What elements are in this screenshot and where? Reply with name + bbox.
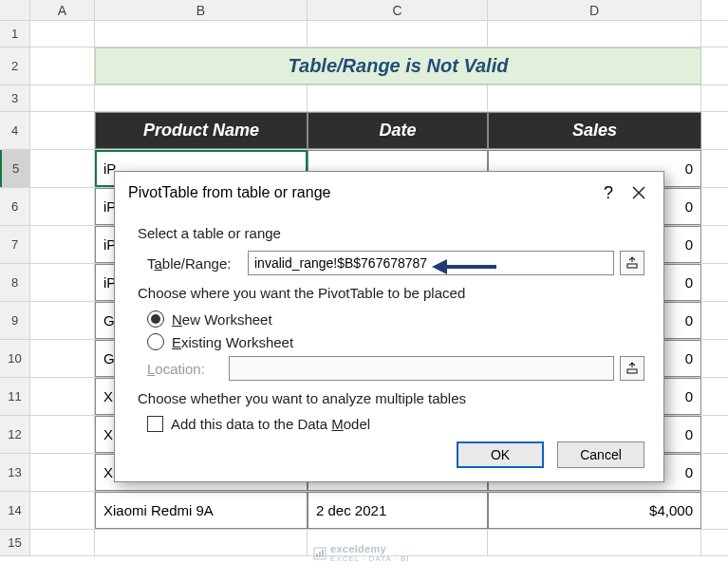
header-product[interactable]: Product Name (95, 112, 308, 149)
checkbox-data-model-label: Add this data to the Data Model (171, 416, 370, 432)
cell-A4[interactable] (30, 112, 95, 149)
collapse-location-button[interactable] (620, 356, 644, 381)
row-header-13[interactable]: 13 (0, 454, 30, 491)
dialog-titlebar[interactable]: PivotTable from table or range ? (115, 172, 663, 214)
radio-existing-worksheet-label: Existing Worksheet (172, 334, 293, 350)
svg-rect-9 (322, 550, 324, 557)
svg-rect-7 (316, 554, 318, 557)
radio-icon (147, 333, 164, 350)
cell-B14[interactable]: Xiaomi Redmi 9A (95, 492, 308, 529)
annotation-arrow (432, 256, 498, 281)
checkbox-icon (147, 416, 163, 432)
cell-B1[interactable] (95, 21, 308, 47)
cell-D3[interactable] (488, 85, 701, 111)
close-icon (632, 186, 645, 199)
radio-new-worksheet-label: New Worksheet (172, 311, 272, 328)
row-1: 1 (0, 21, 728, 47)
section-analyze: Choose whether you want to analyze multi… (138, 390, 644, 406)
dialog-title: PivotTable from table or range (128, 184, 593, 201)
watermark-tagline: EXCEL · DATA · BI (330, 554, 410, 563)
row-header-11[interactable]: 11 (0, 378, 30, 415)
row-header-7[interactable]: 7 (0, 226, 30, 263)
cell-A6[interactable] (30, 188, 95, 225)
cell-D14[interactable]: $4,000 (488, 492, 701, 529)
cell-A5[interactable] (30, 150, 95, 187)
svg-rect-8 (319, 552, 321, 557)
ok-button[interactable]: OK (457, 441, 544, 468)
checkbox-data-model[interactable]: Add this data to the Data Model (147, 416, 644, 432)
range-selector-icon (625, 362, 639, 375)
cell-B3[interactable] (95, 85, 308, 111)
cell-A8[interactable] (30, 264, 95, 301)
cell-A13[interactable] (30, 454, 95, 491)
row-header-9[interactable]: 9 (0, 302, 30, 339)
close-button[interactable] (624, 179, 654, 206)
cancel-button[interactable]: Cancel (557, 441, 644, 468)
header-date[interactable]: Date (308, 112, 488, 149)
row-2: 2 Table/Range is Not Valid (0, 47, 728, 85)
row-header-8[interactable]: 8 (0, 264, 30, 301)
row-header-5[interactable]: 5 (0, 150, 30, 187)
location-input (229, 356, 614, 381)
row-3: 3 (0, 85, 728, 112)
section-placement: Choose where you want the PivotTable to … (138, 285, 644, 301)
cell-C14[interactable]: 2 dec 2021 (308, 492, 488, 529)
cell-A14[interactable] (30, 492, 95, 529)
row-header-10[interactable]: 10 (0, 340, 30, 377)
cell-C3[interactable] (308, 85, 488, 111)
column-headers-row: A B C D (0, 0, 728, 21)
table-range-input[interactable] (248, 251, 614, 275)
cell-D1[interactable] (488, 21, 701, 47)
cell-A11[interactable] (30, 378, 95, 415)
watermark-brand: exceldemy (330, 543, 410, 554)
location-label: Location: (147, 361, 223, 377)
col-header-B[interactable]: B (95, 0, 308, 20)
radio-icon (147, 310, 164, 328)
collapse-range-button[interactable] (620, 251, 644, 275)
row-header-15[interactable]: 15 (0, 530, 30, 555)
svg-rect-2 (627, 264, 637, 268)
pivottable-dialog: PivotTable from table or range ? Select … (114, 171, 664, 482)
svg-marker-5 (432, 259, 447, 274)
select-all-corner[interactable] (0, 0, 30, 20)
header-sales[interactable]: Sales (488, 112, 701, 149)
svg-rect-3 (627, 369, 637, 373)
col-header-A[interactable]: A (30, 0, 95, 20)
table-range-label: Table/Range: (147, 255, 242, 272)
title-banner[interactable]: Table/Range is Not Valid (95, 47, 701, 84)
col-header-D[interactable]: D (488, 0, 701, 20)
radio-new-worksheet[interactable]: New Worksheet (147, 310, 644, 328)
watermark: exceldemy EXCEL · DATA · BI (313, 543, 410, 563)
row-header-1[interactable]: 1 (0, 21, 30, 47)
row-4: 4 Product Name Date Sales (0, 112, 728, 150)
range-selector-icon (625, 256, 639, 270)
arrow-icon (432, 256, 498, 277)
row-header-3[interactable]: 3 (0, 85, 30, 111)
cell-A1[interactable] (30, 21, 95, 47)
radio-existing-worksheet[interactable]: Existing Worksheet (147, 333, 644, 350)
row-14: 14 Xiaomi Redmi 9A 2 dec 2021 $4,000 (0, 492, 728, 530)
row-header-12[interactable]: 12 (0, 416, 30, 453)
cell-A2[interactable] (30, 47, 95, 84)
row-header-14[interactable]: 14 (0, 492, 30, 529)
cell-A10[interactable] (30, 340, 95, 377)
cell-D15[interactable] (488, 530, 701, 555)
cell-A9[interactable] (30, 302, 95, 339)
cell-C1[interactable] (308, 21, 488, 47)
row-header-4[interactable]: 4 (0, 112, 30, 149)
row-header-2[interactable]: 2 (0, 47, 30, 84)
cell-B15[interactable] (95, 530, 308, 555)
row-header-6[interactable]: 6 (0, 188, 30, 225)
logo-icon (313, 547, 327, 560)
cell-A15[interactable] (30, 530, 95, 555)
cell-A12[interactable] (30, 416, 95, 453)
cell-A7[interactable] (30, 226, 95, 263)
help-button[interactable]: ? (593, 179, 624, 206)
col-header-C[interactable]: C (308, 0, 488, 20)
cell-A3[interactable] (30, 85, 95, 111)
section-select-range: Select a table or range (138, 225, 644, 241)
